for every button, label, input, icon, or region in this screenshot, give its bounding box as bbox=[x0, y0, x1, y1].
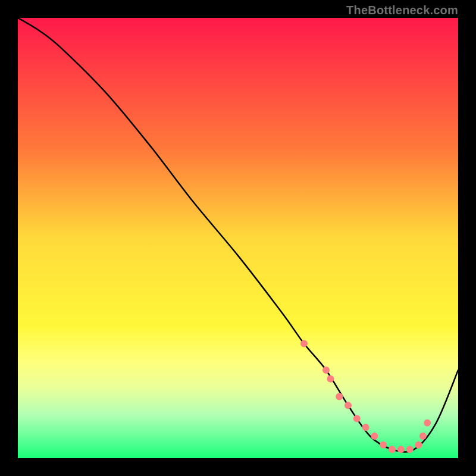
marker-dot bbox=[424, 419, 431, 427]
attribution-label: TheBottleneck.com bbox=[346, 4, 458, 17]
marker-dot bbox=[380, 441, 387, 449]
marker-dot bbox=[415, 441, 422, 449]
marker-dot bbox=[362, 424, 369, 431]
marker-dot bbox=[406, 446, 414, 453]
marker-dot bbox=[345, 402, 352, 409]
marker-dot bbox=[419, 433, 427, 440]
marker-dot bbox=[336, 393, 343, 400]
chart-container: TheBottleneck.com bbox=[0, 0, 476, 476]
marker-dot bbox=[327, 375, 334, 383]
chart-background bbox=[18, 18, 458, 458]
marker-dot bbox=[300, 340, 308, 347]
marker-dot bbox=[353, 415, 361, 422]
marker-dot bbox=[371, 433, 378, 440]
marker-dot bbox=[322, 367, 330, 374]
marker-dot bbox=[397, 446, 405, 453]
bottleneck-chart bbox=[18, 18, 458, 458]
marker-dot bbox=[389, 446, 396, 453]
